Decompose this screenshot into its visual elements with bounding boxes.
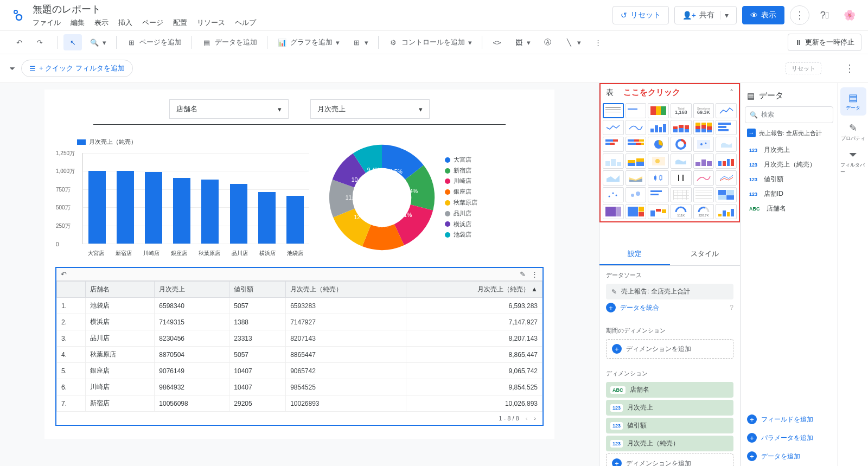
table-row[interactable]: 3.品川店82304562331382071438,207,143 bbox=[57, 330, 542, 347]
datasource-chip[interactable]: ✎売上報告: 全店売上合計 bbox=[606, 284, 733, 299]
rail-properties-button[interactable]: ✎プロパティ bbox=[840, 118, 866, 146]
chart-type-scorecard-compact[interactable]: Sessions69.3K bbox=[693, 103, 714, 118]
community-viz-button[interactable]: ⊞▾ bbox=[347, 34, 373, 50]
donut-chart-wrap[interactable]: 14.5%14.4%14.1%13%12.7%11.7%10.2%9.4% 大宮… bbox=[328, 138, 544, 257]
text-button[interactable]: Ⓐ bbox=[538, 34, 557, 50]
chart-type-waterfall[interactable] bbox=[648, 204, 669, 219]
add-field-link[interactable]: +フィールドを追加 bbox=[745, 411, 833, 427]
menu-view[interactable]: 表示 bbox=[94, 18, 108, 28]
add-dimension[interactable]: +ディメンションを追加 bbox=[606, 454, 733, 466]
more-vert-icon[interactable]: ⋮ bbox=[531, 270, 538, 278]
reset-button[interactable]: ↺リセット bbox=[612, 6, 669, 24]
add-page-button[interactable]: ⊞ページを追加 bbox=[122, 34, 186, 50]
filter-icon[interactable]: ⏷ bbox=[9, 65, 16, 73]
field-item[interactable]: 123店舗ID bbox=[745, 187, 833, 201]
tab-setup[interactable]: 設定 bbox=[599, 244, 670, 265]
table-row[interactable]: 1.池袋店6598340505765932836,593,283 bbox=[57, 298, 542, 314]
chart-type-combo[interactable] bbox=[603, 154, 624, 169]
table-row[interactable]: 2.横浜店7149315138871479277,147,927 bbox=[57, 314, 542, 330]
tab-style[interactable]: スタイル bbox=[670, 244, 741, 265]
chart-type-bullet[interactable] bbox=[648, 187, 669, 202]
dimension-chip[interactable]: ABC店舗名 bbox=[606, 382, 733, 398]
table-header-cell[interactable]: 月次売上（純売） ▲ bbox=[406, 282, 542, 298]
field-item[interactable]: 123月次売上（純売） bbox=[745, 157, 833, 172]
chart-type-scatter[interactable] bbox=[603, 187, 624, 202]
chart-type-pivot[interactable] bbox=[671, 187, 692, 202]
chart-type-bubble[interactable] bbox=[626, 187, 647, 202]
chart-type-gauge-2[interactable]: 220.7K bbox=[693, 204, 714, 219]
more-options-button[interactable]: ⋮ bbox=[790, 5, 809, 25]
table-row[interactable]: 6.川崎店98649321040798545259,854,525 bbox=[57, 379, 542, 395]
chart-type-column[interactable] bbox=[648, 120, 669, 135]
undo-icon[interactable]: ↶ bbox=[61, 270, 67, 278]
table-row[interactable]: 7.新宿店10056098292051002689310,026,893 bbox=[57, 395, 542, 412]
table-header-cell[interactable]: 月次売上（純売） bbox=[286, 282, 406, 298]
chart-type-treemap[interactable] bbox=[626, 204, 647, 219]
table-row[interactable]: 4.秋葉原店8870504505788654478,865,447 bbox=[57, 347, 542, 363]
chart-type-bar[interactable] bbox=[716, 120, 737, 135]
dimension-chip[interactable]: 123値引額 bbox=[606, 418, 733, 433]
chevron-left-icon[interactable]: ‹ bbox=[526, 415, 528, 422]
chart-type-heat-map[interactable] bbox=[648, 154, 669, 169]
filter-more-button[interactable]: ⋮ bbox=[840, 59, 859, 78]
chart-type-donut[interactable] bbox=[671, 137, 692, 152]
table-header-cell[interactable]: 値引額 bbox=[229, 282, 286, 298]
search-input[interactable]: 🔍検索 bbox=[745, 106, 833, 123]
dimension-chip[interactable]: 123月次売上 bbox=[606, 400, 733, 416]
add-data-link[interactable]: +データを追加 bbox=[745, 448, 833, 464]
more-tools-button[interactable]: ⋮ bbox=[589, 34, 607, 50]
chart-type-multi-line[interactable] bbox=[716, 170, 737, 186]
redo-button[interactable]: ↷ bbox=[30, 34, 49, 50]
line-button[interactable]: ╲▾ bbox=[560, 34, 585, 50]
view-button[interactable]: 👁表示 bbox=[742, 6, 784, 24]
chart-type-stacked-combo[interactable] bbox=[626, 154, 647, 169]
help-button[interactable]: ?⃝ bbox=[815, 5, 834, 25]
zoom-tool[interactable]: 🔍▾ bbox=[85, 34, 111, 50]
table-row[interactable]: 5.銀座店90761491040790657429,065,742 bbox=[57, 363, 542, 379]
rail-filter-button[interactable]: ⏷フィルタバー bbox=[840, 148, 866, 176]
chart-type-smooth-area[interactable] bbox=[693, 170, 714, 186]
chart-type-smoothline[interactable] bbox=[626, 120, 647, 135]
menu-arrange[interactable]: 配置 bbox=[173, 18, 187, 28]
sales-dropdown[interactable]: 月次売上▾ bbox=[310, 99, 430, 119]
table-header-cell[interactable] bbox=[57, 282, 86, 298]
chart-type-bar-100[interactable] bbox=[626, 137, 647, 152]
help-icon[interactable]: ? bbox=[730, 304, 733, 311]
chart-type-pie[interactable] bbox=[648, 137, 669, 152]
add-control-button[interactable]: ⚙コントロールを追加▾ bbox=[384, 34, 476, 50]
chart-type-table[interactable] bbox=[603, 103, 624, 118]
field-item[interactable]: 123値引額 bbox=[745, 172, 833, 187]
dimension-chip[interactable]: 123月次売上（純売） bbox=[606, 436, 733, 451]
table-header-cell[interactable]: 店舗名 bbox=[85, 282, 154, 298]
menu-edit[interactable]: 編集 bbox=[71, 18, 85, 28]
chart-type-treemap-purple[interactable] bbox=[603, 204, 624, 219]
chart-type-stacked-area[interactable] bbox=[626, 170, 647, 186]
add-chart-button[interactable]: 📊グラフを追加▾ bbox=[273, 34, 344, 50]
chart-type-table-heatmap[interactable] bbox=[648, 103, 669, 118]
pencil-icon[interactable]: ✎ bbox=[520, 270, 526, 278]
selection-tool[interactable]: ↖ bbox=[63, 34, 82, 50]
menu-help[interactable]: ヘルプ bbox=[235, 18, 256, 28]
field-item[interactable]: ABC店舗名 bbox=[745, 201, 833, 216]
chart-type-line-chart[interactable] bbox=[693, 154, 714, 169]
share-button[interactable]: 👤+共有▾ bbox=[674, 6, 737, 24]
bar-chart[interactable]: 月次売上（純売） 1,250万 1,000万 750万 500万 250万 0 … bbox=[55, 138, 315, 257]
chart-type-table-bars[interactable] bbox=[626, 103, 647, 118]
canvas-viewport[interactable]: 店舗名▾ 月次売上▾ 月次売上（純売） 1,250万 1,000万 750万 5… bbox=[0, 83, 599, 466]
chart-type-column-100[interactable] bbox=[693, 120, 714, 135]
pause-updates-button[interactable]: ⏸更新を一時停止 bbox=[788, 34, 861, 51]
menu-resource[interactable]: リソース bbox=[197, 18, 225, 28]
field-item[interactable]: 123月次売上 bbox=[745, 143, 833, 157]
chart-type-pivot-heat[interactable] bbox=[716, 187, 737, 202]
embed-button[interactable]: <> bbox=[488, 34, 506, 50]
chart-type-geo-map[interactable] bbox=[693, 137, 714, 152]
chart-type-bar-stacked[interactable] bbox=[603, 137, 624, 152]
datasource-row[interactable]: →売上報告: 全店売上合計 bbox=[745, 125, 833, 141]
add-data-button[interactable]: ▤データを追加 bbox=[197, 34, 261, 50]
menu-insert[interactable]: 挿入 bbox=[118, 18, 132, 28]
chart-type-scorecard[interactable]: Total1,168 bbox=[671, 103, 692, 118]
menu-page[interactable]: ページ bbox=[142, 18, 163, 28]
chart-type-pivot-bars[interactable] bbox=[693, 187, 714, 202]
account-avatar[interactable]: 🌸 bbox=[840, 5, 859, 25]
chart-type-choropleth[interactable] bbox=[671, 154, 692, 169]
